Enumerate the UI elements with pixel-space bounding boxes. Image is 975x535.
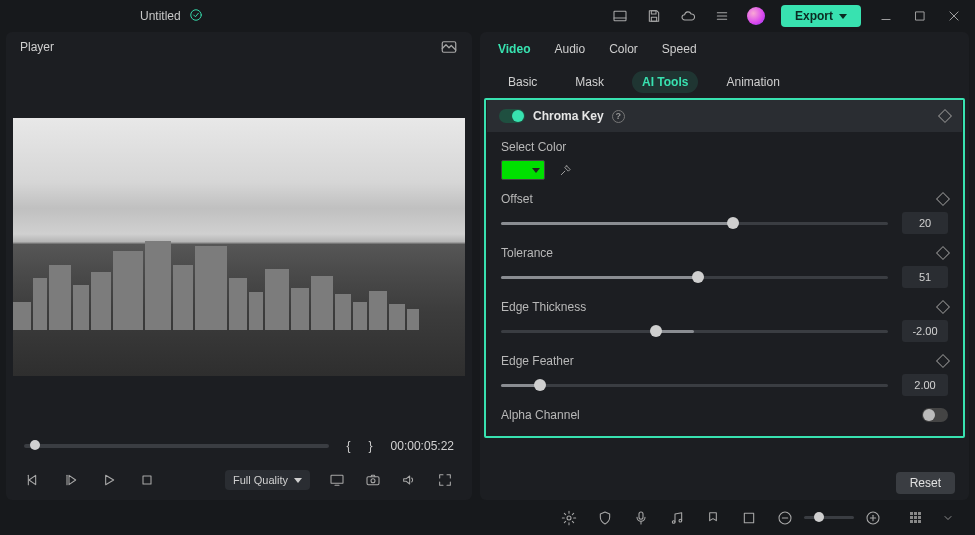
subtab-aitools[interactable]: AI Tools (632, 71, 698, 93)
tab-color[interactable]: Color (609, 42, 638, 56)
subtab-mask[interactable]: Mask (565, 71, 614, 93)
menu-icon[interactable] (713, 7, 731, 25)
grid-view-icon[interactable] (910, 512, 921, 523)
chroma-title: Chroma Key (533, 109, 604, 123)
svg-rect-24 (639, 512, 643, 519)
offset-label: Offset (501, 192, 533, 206)
keyframe-icon[interactable] (936, 192, 950, 206)
select-color-label: Select Color (501, 140, 566, 154)
timecode: 00:00:05:22 (391, 439, 454, 453)
camera-icon[interactable] (364, 471, 382, 489)
offset-value[interactable] (902, 212, 948, 234)
svg-rect-9 (916, 12, 924, 20)
alpha-channel-label: Alpha Channel (501, 408, 580, 422)
video-preview[interactable] (13, 118, 465, 376)
svg-point-0 (190, 9, 201, 20)
edge-thickness-label: Edge Thickness (501, 300, 586, 314)
snapshot-icon[interactable] (440, 38, 458, 56)
chroma-key-section: Chroma Key ? Select Color (484, 98, 965, 438)
next-mark-icon[interactable]: } (369, 439, 373, 453)
settings-chevron-icon[interactable] (939, 509, 957, 527)
quality-select[interactable]: Full Quality (225, 470, 310, 490)
reset-button[interactable]: Reset (896, 472, 955, 494)
tab-speed[interactable]: Speed (662, 42, 697, 56)
layout-icon[interactable] (611, 7, 629, 25)
minimize-icon[interactable] (877, 7, 895, 25)
tolerance-label: Tolerance (501, 246, 553, 260)
crop-icon[interactable] (740, 509, 758, 527)
chroma-enable-toggle[interactable] (499, 109, 525, 123)
quality-label: Full Quality (233, 474, 288, 486)
save-icon[interactable] (645, 7, 663, 25)
player-title: Player (20, 40, 54, 54)
keyframe-icon[interactable] (936, 300, 950, 314)
svg-point-25 (672, 520, 675, 523)
play-icon[interactable] (100, 471, 118, 489)
prev-frame-icon[interactable] (24, 471, 42, 489)
mic-icon[interactable] (632, 509, 650, 527)
export-button[interactable]: Export (781, 5, 861, 27)
tab-audio[interactable]: Audio (554, 42, 585, 56)
edge-feather-value[interactable] (902, 374, 948, 396)
chevron-down-icon (294, 478, 302, 483)
zoom-slider[interactable] (804, 516, 854, 519)
eyedropper-icon[interactable] (557, 161, 575, 179)
avatar[interactable] (747, 7, 765, 25)
svg-marker-16 (69, 475, 76, 484)
svg-rect-19 (331, 475, 343, 483)
zoom-in-icon[interactable] (864, 509, 882, 527)
alpha-toggle[interactable] (922, 408, 948, 422)
svg-rect-1 (614, 11, 626, 20)
subtab-basic[interactable]: Basic (498, 71, 547, 93)
keyframe-icon[interactable] (936, 354, 950, 368)
tab-video[interactable]: Video (498, 42, 530, 56)
marker-icon[interactable] (704, 509, 722, 527)
music-icon[interactable] (668, 509, 686, 527)
step-back-icon[interactable] (62, 471, 80, 489)
subtab-animation[interactable]: Animation (716, 71, 789, 93)
svg-point-23 (567, 516, 571, 520)
edge-thickness-slider[interactable] (501, 330, 888, 333)
maximize-icon[interactable] (911, 7, 929, 25)
svg-point-26 (679, 519, 682, 522)
svg-rect-27 (744, 513, 753, 522)
cloud-icon[interactable] (679, 7, 697, 25)
chevron-down-icon (839, 14, 847, 19)
zoom-out-icon[interactable] (776, 509, 794, 527)
svg-point-22 (371, 479, 375, 483)
audio-icon[interactable] (400, 471, 418, 489)
svg-marker-13 (29, 475, 36, 484)
keyframe-icon[interactable] (938, 109, 952, 123)
help-icon[interactable]: ? (612, 110, 625, 123)
shield-icon[interactable] (596, 509, 614, 527)
display-icon[interactable] (328, 471, 346, 489)
edge-feather-slider[interactable] (501, 384, 888, 387)
svg-rect-3 (651, 11, 656, 14)
offset-slider[interactable] (501, 222, 888, 225)
export-label: Export (795, 9, 833, 23)
project-title: Untitled (140, 9, 181, 23)
chevron-down-icon (532, 168, 540, 173)
svg-rect-18 (143, 476, 151, 484)
svg-marker-17 (106, 475, 114, 484)
close-icon[interactable] (945, 7, 963, 25)
svg-rect-4 (651, 17, 656, 21)
player-seekbar[interactable] (24, 444, 329, 448)
color-picker[interactable] (501, 160, 545, 180)
stop-icon[interactable] (138, 471, 156, 489)
properties-panel: Video Audio Color Speed Basic Mask AI To… (480, 32, 969, 500)
bottom-toolbar (0, 500, 975, 535)
fullscreen-icon[interactable] (436, 471, 454, 489)
keyframe-icon[interactable] (936, 246, 950, 260)
edge-thickness-value[interactable] (902, 320, 948, 342)
prev-mark-icon[interactable]: { (347, 439, 351, 453)
saved-check-icon (189, 8, 203, 25)
edge-feather-label: Edge Feather (501, 354, 574, 368)
tolerance-value[interactable] (902, 266, 948, 288)
enhance-icon[interactable] (560, 509, 578, 527)
svg-rect-21 (367, 477, 379, 485)
tolerance-slider[interactable] (501, 276, 888, 279)
player-panel: Player (6, 32, 472, 500)
